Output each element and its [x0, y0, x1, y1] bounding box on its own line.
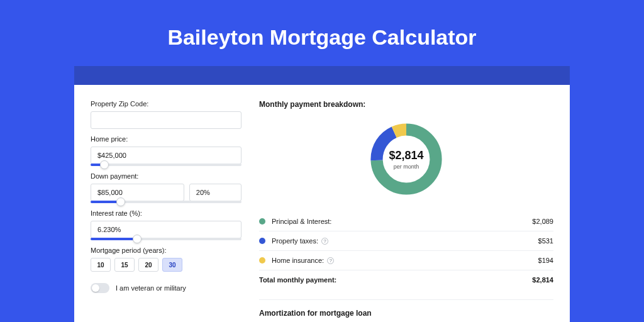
slider-thumb-icon[interactable]	[100, 160, 109, 169]
down-payment-label: Down payment:	[91, 172, 242, 180]
period-option-15[interactable]: 15	[114, 258, 135, 272]
legend-value: $531	[538, 237, 553, 245]
info-icon[interactable]: ?	[321, 238, 328, 245]
dot-green-icon	[259, 218, 265, 225]
period-options: 10 15 20 30	[91, 258, 242, 272]
legend-label: Home insurance:	[272, 257, 324, 264]
amort-heading: Amortization for mortgage loan	[259, 309, 553, 318]
legend-row-principal: Principal & Interest: $2,089	[259, 212, 553, 231]
toggle-knob-icon	[92, 284, 99, 292]
dot-yellow-icon	[259, 257, 265, 264]
legend: Principal & Interest: $2,089 Property ta…	[259, 212, 553, 289]
legend-row-taxes: Property taxes: ? $531	[259, 231, 553, 250]
result-panel: Monthly payment breakdown: $2,814 per mo…	[242, 100, 553, 322]
home-price-label: Home price:	[91, 135, 242, 143]
period-option-30[interactable]: 30	[162, 258, 182, 272]
legend-label: Principal & Interest:	[272, 218, 331, 225]
slider-thumb-icon[interactable]	[116, 197, 125, 206]
breakdown-title: Monthly payment breakdown:	[259, 100, 553, 109]
slider-thumb-icon[interactable]	[133, 235, 142, 243]
down-payment-slider[interactable]	[91, 201, 242, 203]
legend-value: $2,089	[532, 218, 553, 225]
veteran-toggle[interactable]	[91, 283, 109, 293]
donut-sublabel: per month	[394, 164, 419, 170]
interest-rate-label: Interest rate (%):	[91, 209, 242, 217]
legend-label: Property taxes:	[272, 237, 318, 245]
zip-input[interactable]	[91, 111, 242, 129]
donut-amount: $2,814	[389, 149, 423, 162]
calculator-card: Property Zip Code: Home price: Down paym…	[74, 85, 570, 322]
period-label: Mortgage period (years):	[91, 247, 242, 254]
info-icon[interactable]: ?	[327, 257, 334, 264]
dot-blue-icon	[259, 238, 265, 244]
down-payment-pct-input[interactable]	[189, 184, 242, 201]
home-price-input[interactable]	[91, 147, 242, 164]
veteran-label: I am veteran or military	[116, 284, 186, 292]
legend-row-total: Total monthly payment: $2,814	[259, 270, 553, 289]
period-option-10[interactable]: 10	[91, 258, 111, 272]
total-value: $2,814	[532, 276, 553, 284]
legend-row-insurance: Home insurance: ? $194	[259, 250, 553, 270]
zip-label: Property Zip Code:	[91, 100, 242, 108]
donut-chart: $2,814 per month	[367, 120, 445, 198]
interest-rate-input[interactable]	[91, 221, 242, 238]
page-title: Baileyton Mortgage Calculator	[0, 25, 644, 50]
amortization-section: Amortization for mortgage loan Amortizat…	[259, 299, 553, 322]
total-label: Total monthly payment:	[259, 276, 336, 284]
down-payment-input[interactable]	[91, 184, 184, 201]
period-option-20[interactable]: 20	[138, 258, 158, 272]
home-price-slider[interactable]	[91, 164, 242, 166]
form-panel: Property Zip Code: Home price: Down paym…	[91, 100, 242, 322]
interest-rate-slider[interactable]	[91, 238, 242, 240]
legend-value: $194	[538, 257, 553, 264]
